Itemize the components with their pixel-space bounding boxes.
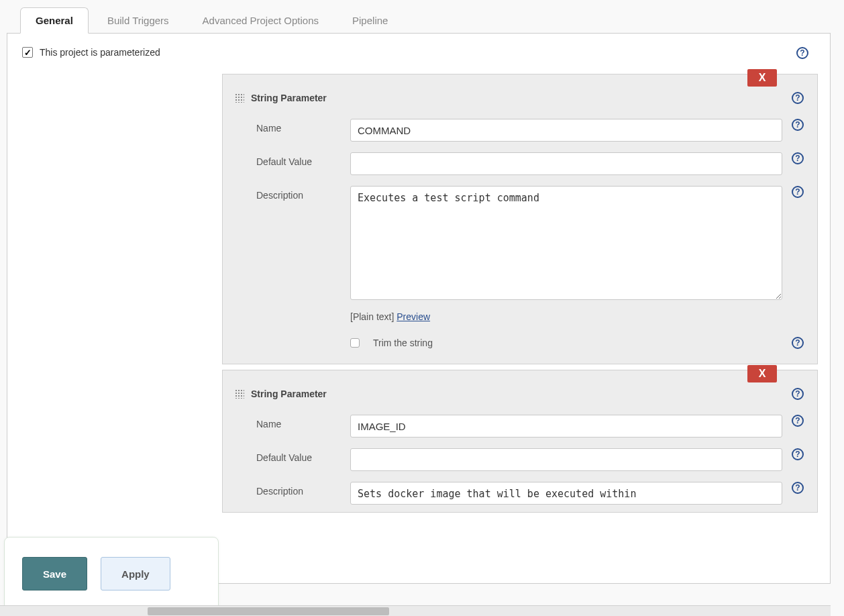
tab-build-triggers[interactable]: Build Triggers	[93, 8, 184, 33]
scrollbar-thumb[interactable]	[148, 607, 389, 615]
help-icon[interactable]	[792, 337, 804, 349]
help-icon[interactable]	[796, 47, 808, 59]
description-label: Description	[256, 186, 350, 201]
help-icon[interactable]	[792, 482, 804, 494]
apply-button[interactable]: Apply	[101, 557, 170, 591]
name-input[interactable]	[350, 119, 782, 142]
action-bar: Save Apply	[4, 537, 219, 611]
help-icon[interactable]	[792, 388, 804, 400]
parameter-block: X String Parameter Name Default Value	[222, 74, 818, 364]
parameter-type-label: String Parameter	[251, 93, 327, 103]
config-tabs: General Build Triggers Advanced Project …	[7, 7, 831, 34]
trim-label: Trim the string	[373, 338, 433, 348]
horizontal-scrollbar[interactable]	[0, 605, 831, 616]
help-icon[interactable]	[792, 119, 804, 131]
parameterized-checkbox[interactable]	[22, 47, 33, 58]
field-row-description: Description	[223, 181, 817, 307]
name-input[interactable]	[350, 415, 782, 438]
parameter-header: String Parameter	[223, 74, 817, 113]
name-label: Name	[256, 415, 350, 429]
save-button[interactable]: Save	[22, 557, 87, 591]
tab-pipeline[interactable]: Pipeline	[337, 8, 403, 33]
preview-link[interactable]: Preview	[397, 311, 430, 322]
description-textarea[interactable]	[350, 482, 782, 505]
default-value-label: Default Value	[256, 448, 350, 463]
general-panel: This project is parameterized X String P…	[7, 34, 831, 584]
help-icon[interactable]	[792, 152, 804, 164]
plain-text-label: [Plain text]	[350, 311, 394, 322]
parameterized-label: This project is parameterized	[40, 47, 160, 58]
field-row-name: Name	[223, 113, 817, 147]
description-label: Description	[256, 482, 350, 497]
tab-advanced-project-options[interactable]: Advanced Project Options	[188, 8, 333, 33]
help-icon[interactable]	[792, 186, 804, 198]
tab-general[interactable]: General	[20, 7, 89, 34]
description-textarea[interactable]	[350, 186, 782, 300]
drag-handle-icon[interactable]	[235, 93, 244, 103]
drag-handle-icon[interactable]	[235, 389, 244, 399]
field-row-name: Name	[223, 409, 817, 443]
delete-parameter-button[interactable]: X	[747, 69, 777, 87]
field-row-default: Default Value	[223, 147, 817, 181]
name-label: Name	[256, 119, 350, 134]
default-value-input[interactable]	[350, 448, 782, 471]
description-hint: [Plain text] Preview	[223, 307, 817, 325]
help-icon[interactable]	[792, 448, 804, 460]
default-value-input[interactable]	[350, 152, 782, 175]
trim-row: Trim the string	[223, 325, 817, 364]
help-icon[interactable]	[792, 415, 804, 427]
delete-parameter-button[interactable]: X	[747, 365, 777, 382]
trim-checkbox[interactable]	[350, 338, 360, 348]
parameterized-row: This project is parameterized	[7, 43, 830, 74]
help-icon[interactable]	[792, 92, 804, 104]
parameters-area: X String Parameter Name Default Value	[222, 74, 818, 513]
parameter-block: X String Parameter Name Default Value	[222, 370, 818, 513]
parameter-header: String Parameter	[223, 370, 817, 409]
parameter-type-label: String Parameter	[251, 389, 327, 399]
field-row-default: Default Value	[223, 443, 817, 476]
field-row-description: Description	[223, 476, 817, 512]
default-value-label: Default Value	[256, 152, 350, 167]
